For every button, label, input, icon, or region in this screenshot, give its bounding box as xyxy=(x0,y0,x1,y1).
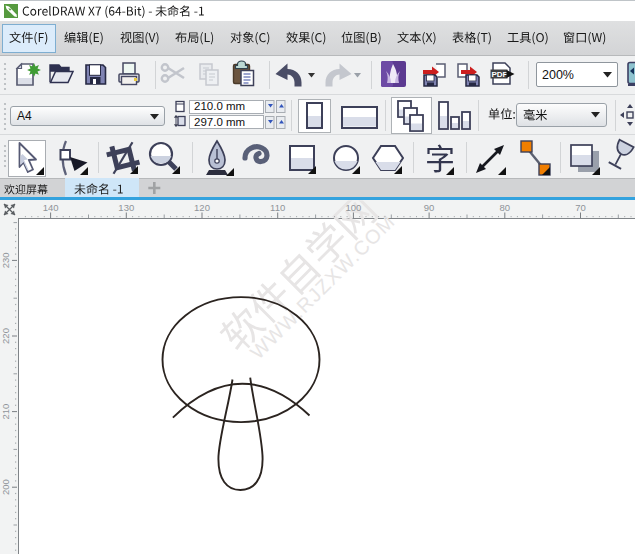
svg-text:140: 140 xyxy=(43,202,59,213)
svg-text:70: 70 xyxy=(575,202,586,213)
svg-text:100: 100 xyxy=(345,202,361,213)
svg-text:210: 210 xyxy=(0,404,11,420)
svg-text:220: 220 xyxy=(0,328,11,344)
svg-text:120: 120 xyxy=(194,202,210,213)
svg-text:230: 230 xyxy=(0,252,11,268)
svg-text:80: 80 xyxy=(500,202,511,213)
svg-text:90: 90 xyxy=(424,202,435,213)
svg-text:130: 130 xyxy=(118,202,134,213)
svg-text:110: 110 xyxy=(270,202,285,213)
svg-text:200: 200 xyxy=(0,479,11,495)
